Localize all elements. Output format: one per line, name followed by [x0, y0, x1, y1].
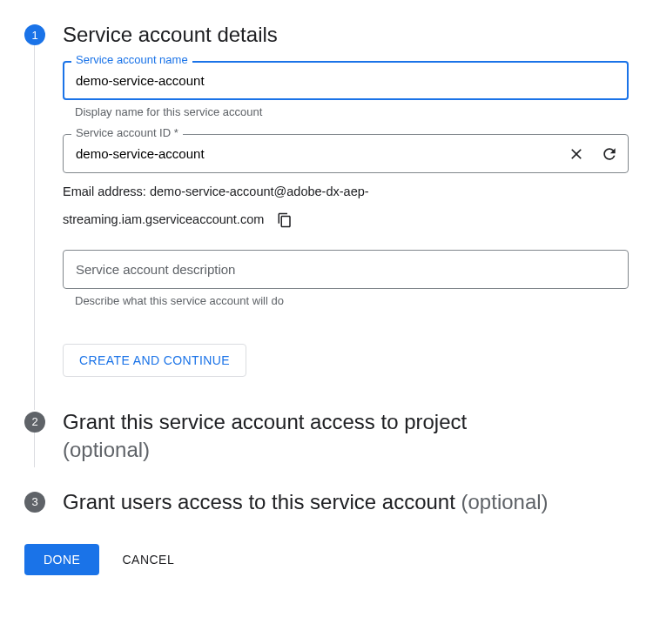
step-2-title-text: Grant this service account access to pro…: [63, 410, 467, 433]
service-account-description-field: [63, 250, 629, 289]
email-line-2: streaming.iam.gserviceaccount.com: [63, 206, 264, 234]
clear-icon[interactable]: [566, 144, 587, 164]
email-address-row: Email address: demo-service-account@adob…: [63, 178, 629, 234]
service-account-id-field: Service account ID *: [63, 134, 629, 173]
service-account-name-field: Service account name: [63, 61, 629, 100]
copy-icon[interactable]: [274, 210, 295, 231]
footer-actions: DONE CANCEL: [24, 544, 629, 575]
service-account-name-label: Service account name: [71, 53, 192, 66]
step-2-connector: [34, 433, 35, 467]
step-2-container: 2 Grant this service account access to p…: [24, 408, 629, 464]
step-1-title: Service account details: [63, 21, 629, 49]
service-account-description-helper: Describe what this service account will …: [75, 294, 629, 307]
service-account-name-helper: Display name for this service account: [75, 105, 629, 118]
done-button[interactable]: DONE: [24, 544, 99, 575]
email-prefix: Email address:: [63, 184, 150, 198]
step-2-optional: (optional): [63, 438, 150, 461]
step-3-optional: (optional): [461, 490, 549, 513]
step-1-connector: [34, 45, 35, 410]
step-2-title[interactable]: Grant this service account access to pro…: [63, 408, 629, 464]
service-account-id-input[interactable]: [63, 134, 629, 173]
service-account-name-input[interactable]: [63, 61, 629, 100]
service-account-description-input[interactable]: [63, 250, 629, 289]
service-account-id-label: Service account ID *: [71, 126, 183, 139]
step-2-badge: 2: [24, 412, 45, 433]
step-3-container: 3 Grant users access to this service acc…: [24, 488, 629, 516]
refresh-icon[interactable]: [599, 144, 620, 164]
step-3-badge: 3: [24, 492, 45, 513]
step-1-container: 1 Service account details Service accoun…: [24, 21, 629, 401]
step-3-title-text: Grant users access to this service accou…: [63, 490, 455, 513]
create-and-continue-button[interactable]: CREATE AND CONTINUE: [63, 344, 246, 377]
cancel-button[interactable]: CANCEL: [117, 544, 179, 575]
email-line-1: demo-service-account@adobe-dx-aep-: [150, 184, 369, 198]
step-1-badge: 1: [24, 24, 45, 45]
step-3-title[interactable]: Grant users access to this service accou…: [63, 488, 629, 516]
